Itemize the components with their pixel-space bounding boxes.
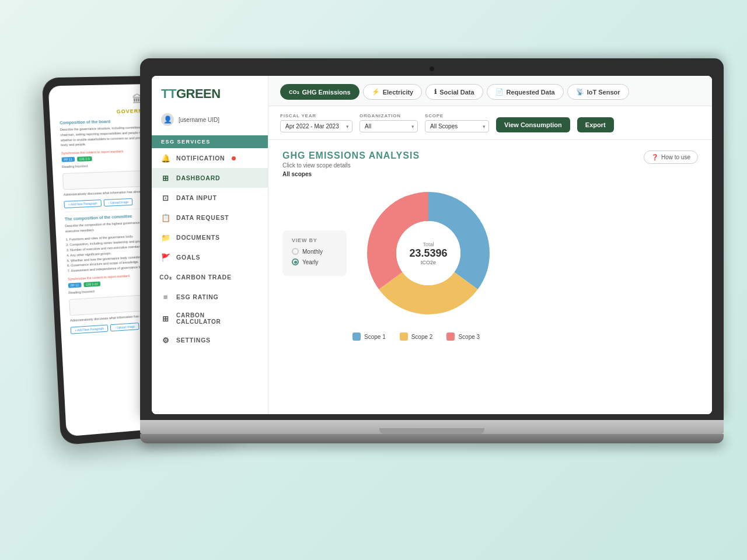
scope-group: SCOPE All Scopes xyxy=(425,113,489,132)
view-consumption-button[interactable]: View Consumption xyxy=(496,117,570,132)
fiscal-year-select[interactable]: Apr 2022 - Mar 2023 xyxy=(280,120,352,132)
tab-iot-label: IoT Sensor xyxy=(587,89,620,96)
monthly-label: Monthly xyxy=(302,249,323,255)
tablet-add-para-btn-2[interactable]: + Add New Paragraph xyxy=(71,324,109,334)
nav-data-input-label: DATA INPUT xyxy=(176,194,217,201)
sidebar-item-goals[interactable]: 🚩 GOALS xyxy=(152,247,268,267)
nav-documents-label: DOCUMENTS xyxy=(176,234,220,241)
tablet-upload-btn[interactable]: ↑ Upload Image xyxy=(104,198,133,206)
org-wrapper[interactable]: All xyxy=(359,120,418,132)
view-by-title: VIEW BY xyxy=(292,237,337,243)
sidebar-item-carbon-calc[interactable]: ⊞ CARBONCALCULATOR xyxy=(152,307,268,330)
laptop-stand xyxy=(140,434,724,443)
org-select[interactable]: All xyxy=(359,120,418,132)
fiscal-year-label: FISCAL YEAR xyxy=(280,113,352,118)
requested-tab-icon: 📄 xyxy=(495,88,504,96)
chart-body: VIEW BY Monthly Yearly xyxy=(282,183,698,323)
ghg-tab-icon: CO₂ xyxy=(289,89,299,95)
how-to-label: How to use xyxy=(661,154,690,160)
view-by-panel: VIEW BY Monthly Yearly xyxy=(282,230,347,276)
nav-carbon-calc-label: CARBONCALCULATOR xyxy=(176,312,221,325)
sidebar-section-label: ESG SERVICES xyxy=(152,135,268,148)
legend-scope2: Scope 2 xyxy=(400,332,433,341)
dashboard-icon: ⊞ xyxy=(161,173,170,183)
sidebar-item-data-input[interactable]: ⊡ DATA INPUT xyxy=(152,188,268,208)
tab-social-label: Social Data xyxy=(439,89,474,96)
scope1-dot xyxy=(352,332,361,341)
laptop-bezel: TTGREEN 👤 [username UID] ESG SERVICES 🔔 … xyxy=(140,58,724,420)
scope3-dot xyxy=(446,332,455,341)
chart-scope-label: All scopes xyxy=(282,171,420,177)
monthly-radio[interactable] xyxy=(292,248,299,255)
donut-center-text: Total 23.5396 tCO2e xyxy=(409,242,447,265)
how-to-use-button[interactable]: ❓ How to use xyxy=(644,150,698,164)
sidebar-item-esg-rating[interactable]: ≡ ESG RATING xyxy=(152,287,268,307)
export-button[interactable]: Export xyxy=(577,117,614,132)
nav-notification-label: NOTIFICATION xyxy=(176,155,225,162)
filter-bar: FISCAL YEAR Apr 2022 - Mar 2023 ORGANIZA… xyxy=(268,106,712,140)
tab-requested-data[interactable]: 📄 Requested Data xyxy=(487,84,564,100)
badge-gri210: GRI 2-10 xyxy=(83,281,100,287)
legend-scope3: Scope 3 xyxy=(446,332,480,341)
logo-tt: TT xyxy=(161,86,176,101)
sidebar-item-carbon-trade[interactable]: CO₂ CARBON TRADE xyxy=(152,267,268,287)
tablet-upload-btn-2[interactable]: ↑ Upload Image xyxy=(110,323,139,331)
sidebar-item-data-request[interactable]: 📋 DATA REQUEST xyxy=(152,208,268,228)
user-avatar-icon: 👤 xyxy=(161,113,174,126)
username-label: [username UID] xyxy=(179,117,219,123)
tab-electricity[interactable]: ⚡ Electricity xyxy=(363,84,423,100)
logo-green: GREEN xyxy=(176,86,221,101)
tablet-add-para-btn[interactable]: + Add New Paragraph xyxy=(64,200,102,208)
tab-social-data[interactable]: ℹ Social Data xyxy=(425,84,483,100)
org-label: ORGANIZATION xyxy=(359,113,418,118)
chart-subtitle: Click to view scope details xyxy=(282,162,420,169)
nav-settings-label: SETTINGS xyxy=(176,337,211,344)
documents-icon: 📁 xyxy=(161,233,170,242)
fiscal-year-wrapper[interactable]: Apr 2022 - Mar 2023 xyxy=(280,120,352,132)
chart-title: GHG EMISSIONS ANALYSIS xyxy=(282,150,420,161)
scope3-label: Scope 3 xyxy=(458,334,480,340)
data-request-icon: 📋 xyxy=(161,213,170,222)
main-content: CO₂ GHG Emissions ⚡ Electricity ℹ Social… xyxy=(268,76,712,414)
sidebar: TTGREEN 👤 [username UID] ESG SERVICES 🔔 … xyxy=(152,76,268,414)
esg-rating-icon: ≡ xyxy=(161,292,170,302)
badge-pp11: PP 11 xyxy=(61,157,74,162)
donut-total-value: 23.5396 xyxy=(409,247,447,260)
laptop-base xyxy=(140,420,724,434)
scope2-dot xyxy=(400,332,408,341)
carbon-calc-icon: ⊞ xyxy=(161,314,170,323)
nav-esg-rating-label: ESG RATING xyxy=(176,293,219,300)
notification-icon: 🔔 xyxy=(161,153,170,163)
scope-wrapper[interactable]: All Scopes xyxy=(425,120,489,132)
tab-ghg-emissions[interactable]: CO₂ GHG Emissions xyxy=(280,84,359,100)
donut-unit: tCO2e xyxy=(409,260,447,265)
sidebar-user: 👤 [username UID] xyxy=(152,108,268,133)
carbon-trade-icon: CO₂ xyxy=(161,272,170,282)
scope-select[interactable]: All Scopes xyxy=(425,120,489,132)
chart-header-left: GHG EMISSIONS ANALYSIS Click to view sco… xyxy=(282,150,420,177)
monthly-option[interactable]: Monthly xyxy=(292,248,337,255)
sidebar-item-dashboard[interactable]: ⊞ DASHBOARD xyxy=(152,168,268,188)
electricity-tab-icon: ⚡ xyxy=(372,88,380,96)
data-input-icon: ⊡ xyxy=(161,193,170,202)
tab-requested-label: Requested Data xyxy=(507,89,555,96)
chart-area: GHG EMISSIONS ANALYSIS Click to view sco… xyxy=(268,140,712,414)
donut-chart[interactable]: Total 23.5396 tCO2e xyxy=(358,183,498,323)
goals-icon: 🚩 xyxy=(161,253,170,262)
sidebar-item-notification[interactable]: 🔔 NOTIFICATION xyxy=(152,148,268,168)
tab-iot-sensor[interactable]: 📡 IoT Sensor xyxy=(567,84,629,100)
sidebar-item-documents[interactable]: 📁 DOCUMENTS xyxy=(152,228,268,247)
yearly-label: Yearly xyxy=(302,259,318,265)
yearly-option[interactable]: Yearly xyxy=(292,258,337,265)
fiscal-year-group: FISCAL YEAR Apr 2022 - Mar 2023 xyxy=(280,113,352,132)
sidebar-item-settings[interactable]: ⚙ SETTINGS xyxy=(152,330,268,350)
nav-data-request-label: DATA REQUEST xyxy=(176,214,229,221)
yearly-radio[interactable] xyxy=(292,258,299,265)
settings-icon: ⚙ xyxy=(161,335,170,345)
chart-legend: Scope 1 Scope 2 Scope 3 xyxy=(282,332,698,341)
iot-tab-icon: 📡 xyxy=(576,88,584,96)
tab-electricity-label: Electricity xyxy=(383,89,414,96)
scope1-label: Scope 1 xyxy=(364,334,386,340)
chart-header: GHG EMISSIONS ANALYSIS Click to view sco… xyxy=(282,150,698,177)
nav-dashboard-label: DASHBOARD xyxy=(176,174,220,181)
